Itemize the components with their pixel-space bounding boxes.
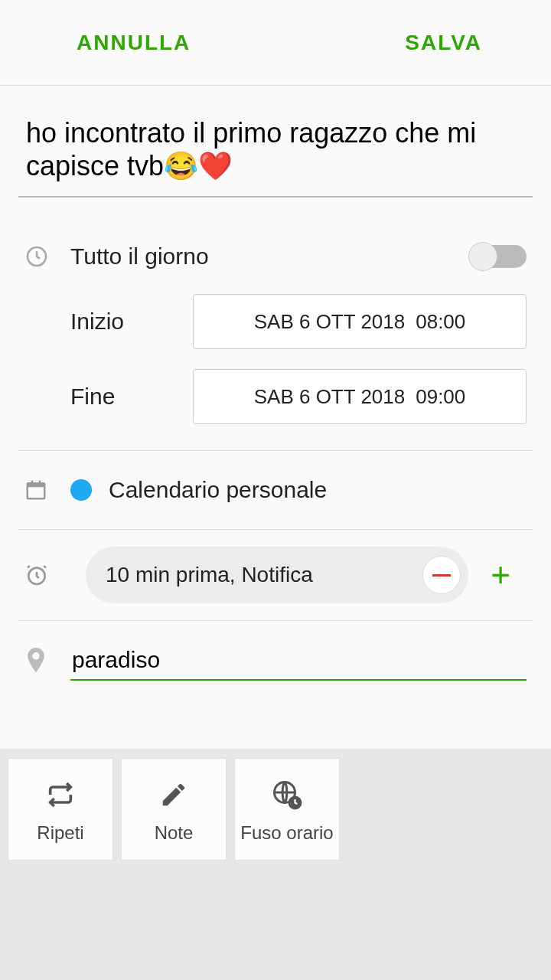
alarm-icon [24,563,70,587]
start-date: SAB 6 OTT 2018 [254,310,406,334]
reminder-chip[interactable]: 10 min prima, Notifica [86,547,468,603]
svg-rect-2 [28,484,45,488]
globe-clock-icon [271,775,303,815]
location-input[interactable] [70,642,527,681]
repeat-label: Ripeti [37,822,83,844]
timezone-tile[interactable]: Fuso orario [234,758,340,861]
remove-reminder-button[interactable] [422,556,461,594]
calendar-selector[interactable]: Calendario personale [18,451,533,530]
allday-toggle[interactable] [470,245,527,268]
clock-icon [24,244,70,269]
end-time: 09:00 [416,385,465,409]
add-reminder-button[interactable]: + [484,558,517,592]
repeat-icon [45,775,76,815]
notes-label: Note [155,822,194,844]
calendar-name: Calendario personale [109,477,527,503]
calendar-color-dot [70,479,92,501]
save-button[interactable]: SALVA [405,31,482,55]
minus-icon [432,574,451,577]
note-icon [159,775,188,815]
end-datetime-button[interactable]: SAB 6 OTT 2018 09:00 [193,369,527,424]
notes-tile[interactable]: Note [121,758,227,861]
location-pin-icon [24,648,70,675]
repeat-tile[interactable]: Ripeti [8,758,113,861]
event-title-text: ho incontrato il primo ragazzo che mi ca… [26,116,525,182]
event-title-field[interactable]: ho incontrato il primo ragazzo che mi ca… [18,86,533,198]
start-time: 08:00 [416,310,465,334]
svg-rect-4 [39,481,41,485]
reminder-text: 10 min prima, Notifica [106,563,422,587]
end-date: SAB 6 OTT 2018 [254,385,406,409]
start-datetime-button[interactable]: SAB 6 OTT 2018 08:00 [193,294,527,349]
calendar-icon [24,479,70,501]
start-label: Inizio [70,309,193,335]
end-label: Fine [70,384,193,410]
cancel-button[interactable]: ANNULLA [77,31,191,55]
allday-label: Tutto il giorno [70,243,470,270]
timezone-label: Fuso orario [240,822,333,844]
svg-rect-3 [31,481,34,485]
